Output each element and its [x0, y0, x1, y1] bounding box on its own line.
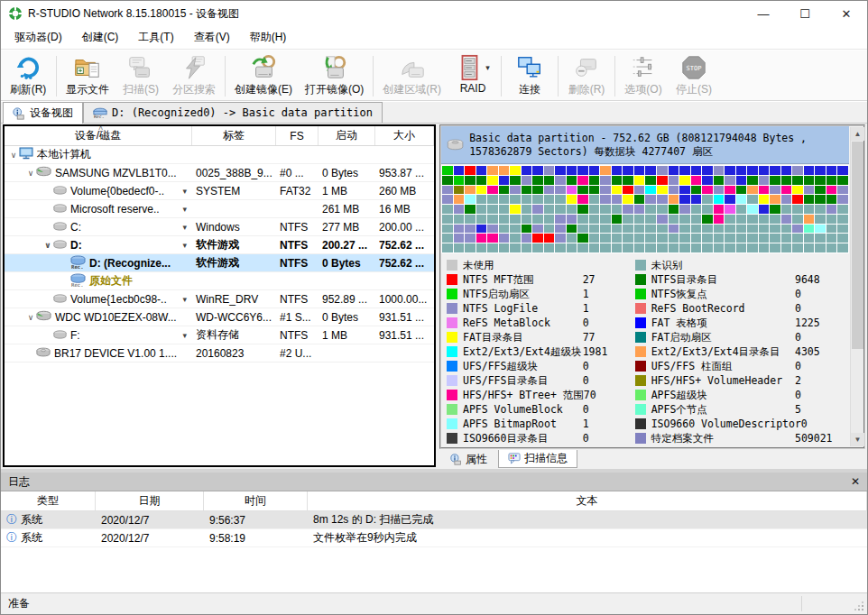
map-block	[522, 195, 532, 204]
device-name: 本地计算机	[37, 147, 91, 162]
window-title: R-STUDIO Network 8.15.180015 - 设备视图	[28, 6, 239, 22]
connect-button[interactable]: 连接	[504, 52, 555, 100]
column-header-device[interactable]: 设备/磁盘	[5, 126, 192, 145]
column-header-boot[interactable]: 启动	[319, 126, 375, 145]
legend-label: UFS/FFS 柱面组	[651, 360, 733, 373]
raid-button[interactable]: ▾ RAID	[448, 52, 498, 100]
resize-grip[interactable]	[854, 601, 865, 612]
menu-item[interactable]: 帮助(H)	[240, 26, 297, 49]
log-column-header[interactable]: 时间	[204, 491, 308, 510]
open-image-button[interactable]: 打开镜像(O)	[299, 52, 370, 100]
combo-dropdown-icon[interactable]: ▾	[182, 295, 189, 304]
menu-item[interactable]: 驱动器(D)	[5, 26, 72, 49]
map-block	[465, 195, 476, 204]
menu-item[interactable]: 查看(V)	[184, 26, 240, 49]
map-block	[781, 225, 792, 234]
device-row[interactable]: Volume{0bedecf0-..▾SYSTEMFAT321 MB260 MB	[5, 182, 434, 200]
panel-tab-label: 属性	[466, 452, 487, 467]
log-close-icon[interactable]: ✕	[851, 475, 860, 488]
expander-icon[interactable]: ∨	[8, 151, 19, 160]
device-row[interactable]: C:▾WindowsNTFS277 MB200.00 ...	[5, 218, 434, 236]
map-block	[645, 205, 656, 214]
device-name: D:	[70, 239, 82, 252]
minimize-button[interactable]: —	[743, 1, 784, 26]
device-row[interactable]: F:▾资料存储NTFS1 MB931.51 ...	[5, 326, 434, 344]
device-size-cell: 260 MB	[375, 182, 434, 199]
create-region-button[interactable]: 创建区域(R)	[376, 52, 448, 100]
close-button[interactable]: ✕	[826, 1, 867, 26]
scan-button[interactable]: 扫描(S)	[115, 52, 166, 100]
options-button[interactable]: 选项(O)	[618, 52, 669, 100]
device-name: D: (Recognize...	[89, 257, 171, 270]
device-row[interactable]: ∨WDC WD10EZEX-08W...WD-WCC6Y6...#1 S...0…	[5, 308, 434, 326]
device-name: F:	[70, 329, 80, 342]
map-block	[770, 176, 780, 185]
combo-dropdown-icon[interactable]: ▾	[182, 223, 189, 232]
device-size-cell	[375, 272, 434, 289]
map-block	[792, 243, 803, 252]
tab-device-view[interactable]: 设备视图	[3, 102, 83, 124]
map-block	[532, 205, 543, 214]
device-name: WDC WD10EZEX-08W...	[55, 311, 177, 324]
menu-item[interactable]: 创建(C)	[72, 26, 129, 49]
combo-dropdown-icon[interactable]: ▾	[182, 205, 189, 214]
legend-swatch	[447, 332, 457, 343]
map-block	[792, 234, 803, 243]
maximize-button[interactable]: ☐	[784, 1, 826, 26]
column-header-fs[interactable]: FS	[276, 126, 319, 145]
legend-swatch	[447, 375, 457, 386]
device-row[interactable]: ∨本地计算机	[5, 146, 434, 164]
expander-icon[interactable]: ∨	[25, 169, 36, 178]
expander-icon[interactable]: ∨	[42, 241, 53, 250]
scrollbar-thumb[interactable]	[852, 142, 863, 349]
menu-item[interactable]: 工具(T)	[128, 26, 183, 49]
raid-dropdown-arrow[interactable]: ▾	[485, 63, 490, 72]
combo-dropdown-icon[interactable]: ▾	[182, 241, 189, 250]
map-block	[555, 205, 566, 214]
map-block	[781, 195, 792, 204]
map-block	[804, 166, 815, 175]
scroll-down-icon[interactable]: ▼	[851, 433, 864, 446]
connect-icon	[516, 54, 543, 81]
map-block	[454, 215, 465, 224]
map-block	[815, 166, 826, 175]
device-row[interactable]: BR17 DEVICE V1.00 1....20160823#2 U...	[5, 344, 434, 363]
legend-swatch	[447, 433, 457, 444]
map-block	[532, 166, 543, 175]
device-row[interactable]: Rec.D: (Recognize...软件游戏NTFS0 Bytes752.6…	[5, 254, 434, 272]
vertical-scrollbar[interactable]: ▲ ▼	[850, 127, 863, 446]
scroll-up-icon[interactable]: ▲	[851, 127, 864, 141]
delete-button[interactable]: 删除(R)	[561, 52, 612, 100]
map-block	[532, 195, 543, 204]
tab-properties[interactable]: 属性	[441, 450, 496, 468]
refresh-button[interactable]: 刷新(R)	[3, 52, 53, 100]
expander-icon[interactable]: ∨	[25, 313, 36, 322]
stop-button[interactable]: STOP 停止(S)	[669, 52, 719, 100]
tab-scan-info[interactable]: 扫描信息	[498, 450, 577, 468]
log-column-header[interactable]: 日期	[96, 491, 204, 510]
tab-recognized-partition[interactable]: Rec. D: (Recognized0) -> Basic data part…	[83, 102, 383, 123]
map-block	[476, 215, 487, 224]
device-row[interactable]: Microsoft reserve..▾261 MB16 MB	[5, 200, 434, 218]
device-label-cell: 软件游戏	[192, 236, 276, 253]
log-row[interactable]: ⓘ系统2020/12/79:56:378m 12s 的 D: 扫描已完成	[1, 511, 867, 529]
partition-search-button[interactable]: 分区搜索	[166, 52, 222, 100]
column-header-label[interactable]: 标签	[192, 126, 276, 145]
map-block	[691, 215, 702, 224]
map-block	[487, 225, 498, 234]
map-block	[522, 176, 532, 185]
create-image-button[interactable]: 创建镜像(E)	[228, 52, 299, 100]
device-row[interactable]: ∨D:▾软件游戏NTFS200.27 ...752.62 ...	[5, 236, 434, 254]
device-row[interactable]: Volume{1ecb0c98-..▾WinRE_DRVNTFS952.89 .…	[5, 290, 434, 308]
device-row[interactable]: ∨SAMSUNG MZVLB1T0...0025_388B_9...#0 ...…	[5, 164, 434, 182]
combo-dropdown-icon[interactable]: ▾	[182, 331, 189, 340]
show-files-button[interactable]: 显示文件	[60, 52, 115, 100]
log-row[interactable]: ⓘ系统2020/12/79:58:19文件枚举在9秒内完成	[1, 529, 867, 547]
toolbar-label: 创建镜像(E)	[235, 82, 292, 97]
column-header-size[interactable]: 大小	[375, 126, 434, 145]
log-column-header[interactable]: 类型	[1, 491, 96, 510]
log-column-header[interactable]: 文本	[308, 491, 867, 510]
map-block	[589, 176, 600, 185]
device-row[interactable]: Rec.原始文件	[5, 272, 434, 290]
combo-dropdown-icon[interactable]: ▾	[182, 187, 189, 196]
